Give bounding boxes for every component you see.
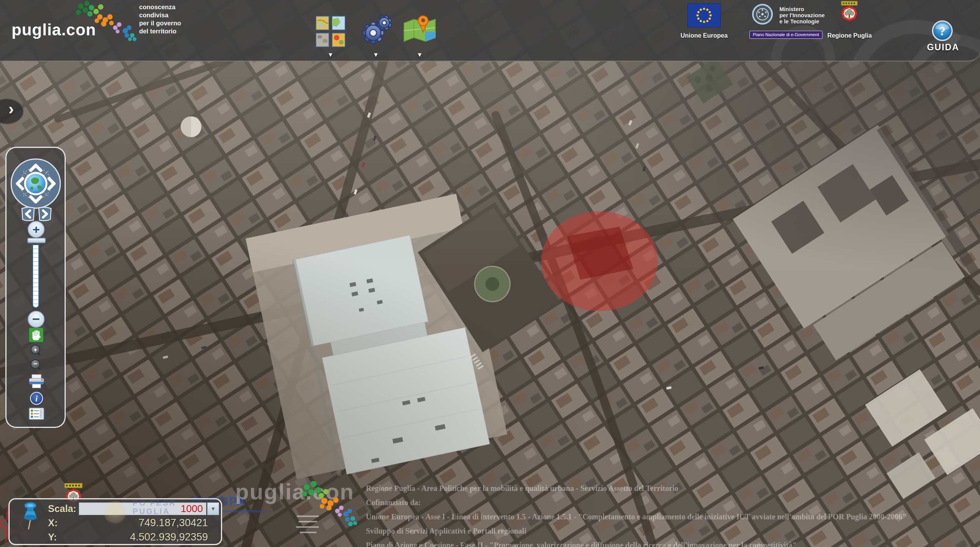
tagline-line: del territorio [139, 27, 204, 35]
y-label: Y: [48, 532, 78, 543]
map-pin-icon [402, 14, 438, 49]
guida-label: GUIDA [924, 42, 962, 53]
zoom-out-button[interactable]: − [28, 311, 45, 328]
ministero-label: Ministero per l'Innovazione e le Tecnolo… [779, 6, 825, 25]
ministero-line: e le Tecnologie [779, 18, 825, 25]
printer-icon [28, 374, 45, 389]
scala-label: Scala: [48, 503, 78, 514]
x-label: X: [48, 517, 78, 529]
ministero-line: per l'Innovazione [779, 12, 825, 18]
maps-grid-icon [315, 15, 346, 48]
toolbar-button-tools[interactable] [357, 11, 395, 49]
svg-text:+: + [33, 346, 37, 353]
scala-dropdown-button[interactable]: ▼ [207, 502, 219, 515]
box-zoom-out-button[interactable]: − [30, 359, 42, 371]
history-forward-button[interactable] [39, 207, 51, 220]
logo-dots-icon [69, 0, 137, 41]
info-button[interactable]: i [30, 391, 43, 405]
regione-label: Regione Puglia [826, 32, 874, 39]
dropdown-arrow-icon[interactable]: ▼ [412, 51, 427, 58]
chevron-right-icon: › [8, 100, 14, 118]
history-back-button[interactable] [22, 207, 34, 220]
map-viewport: EUROPA puglia.con Regione Puglia - Area … [0, 0, 980, 547]
egovernment-banner: Piano Nazionale di e-Government [749, 31, 822, 39]
zoom-slider-handle[interactable] [27, 238, 46, 243]
selection-highlight [541, 211, 658, 311]
history-buttons [20, 205, 53, 223]
print-button[interactable] [28, 374, 45, 389]
legend-button[interactable] [29, 408, 44, 420]
dropdown-arrow-icon: ▼ [211, 506, 216, 512]
hand-icon [29, 328, 43, 342]
pan-compass-control[interactable] [8, 156, 63, 211]
legend-icon [29, 408, 44, 420]
aerial-map[interactable] [0, 0, 980, 547]
zoom-slider[interactable] [32, 244, 40, 308]
dropdown-arrow-icon[interactable]: ▼ [368, 51, 384, 58]
eu-flag-icon [687, 3, 721, 28]
box-zoom-in-button[interactable]: + [30, 345, 42, 356]
magnifier-minus-icon: − [30, 359, 42, 371]
question-mark-icon: ? [932, 20, 953, 41]
magnifier-plus-icon: + [30, 345, 42, 356]
y-value: 4.502.939,92359 [81, 531, 208, 543]
svg-text:−: − [33, 360, 38, 368]
gears-icon [357, 11, 395, 49]
ministero-emblem-icon [751, 3, 774, 25]
eu-label: Unione Europea [677, 32, 731, 39]
toolbar-button-maps[interactable] [315, 15, 346, 48]
tagline-line: per il governo [139, 19, 204, 27]
app-tagline: conoscenza condivisa per il governo del … [139, 3, 204, 35]
pan-hand-button[interactable] [29, 328, 43, 342]
guida-button[interactable]: ? [932, 20, 953, 41]
ministero-line: Ministero [779, 6, 825, 12]
status-panel: Scala: ▼ X: 749.187,30421 Y: 4.502.939,9… [8, 498, 222, 545]
info-icon: i [30, 391, 43, 405]
zoom-in-button[interactable]: + [28, 221, 45, 238]
tagline-line: condivisa [139, 11, 204, 19]
x-value: 749.187,30421 [81, 517, 208, 529]
toolbar-button-locate[interactable] [402, 14, 438, 49]
side-toolbar: + − [5, 147, 66, 428]
pushpin-icon [19, 500, 43, 539]
tagline-line: conoscenza [139, 3, 204, 11]
dropdown-arrow-icon[interactable]: ▼ [323, 51, 338, 58]
scala-input[interactable] [79, 502, 206, 515]
svg-text:?: ? [939, 24, 945, 38]
svg-text:i: i [35, 394, 38, 403]
header-bar: puglia.con conoscenza condivisa per il g… [0, 0, 980, 61]
regione-crest-icon [840, 1, 859, 28]
